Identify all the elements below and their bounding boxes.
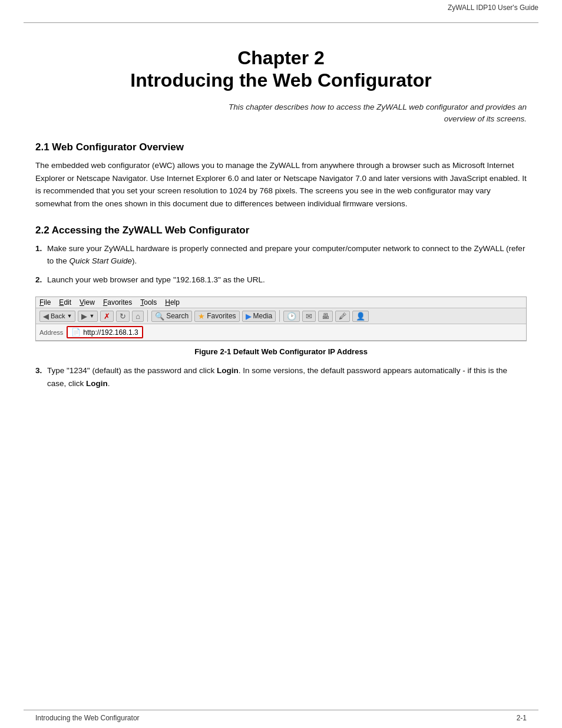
footer-left: Introducing the Web Configurator	[35, 714, 140, 722]
page-container: ZyWALL IDP10 User's Guide Chapter 2 Intr…	[0, 0, 562, 728]
menu-edit[interactable]: Edit	[59, 298, 71, 307]
mail-icon: ✉	[306, 312, 312, 321]
menu-tools[interactable]: Tools	[140, 298, 157, 307]
favorites-button[interactable]: ★ Favorites	[194, 311, 239, 322]
menu-view[interactable]: View	[80, 298, 95, 307]
history-button[interactable]: 🕑	[283, 311, 300, 322]
chapter-title-block: Chapter 2 Introducing the Web Configurat…	[35, 47, 527, 92]
address-label: Address	[39, 329, 63, 336]
discuss-icon: 👤	[356, 312, 365, 321]
section-21-body: The embedded web configurator (eWC) allo…	[35, 159, 527, 210]
back-icon: ◀	[43, 312, 49, 321]
dropdown-icon: ▼	[67, 313, 72, 319]
toolbar-separator	[147, 310, 148, 322]
step-3: 3. Type "1234" (default) as the password…	[35, 364, 527, 390]
browser-toolbar: ◀ Back ▼ ▶ ▼ ✗ ↻ ⌂	[36, 308, 526, 324]
stop-button[interactable]: ✗	[100, 311, 114, 322]
figure-caption: Figure 2-1 Default Web Configurator IP A…	[35, 347, 527, 356]
page-icon: 📄	[71, 328, 81, 337]
footer-right: 2-1	[517, 714, 527, 722]
media-icon: ▶	[246, 312, 252, 321]
step-2: 2. Launch your web browser and type "192…	[35, 274, 527, 286]
media-button[interactable]: ▶ Media	[242, 311, 276, 322]
browser-addressbar: Address 📄 http://192.168.1.3	[36, 324, 526, 341]
discuss-button[interactable]: 👤	[352, 311, 369, 322]
home-button[interactable]: ⌂	[132, 311, 144, 322]
star-icon: ★	[198, 312, 205, 321]
edit-button[interactable]: 🖉	[335, 311, 350, 322]
menu-favorites[interactable]: Favorites	[103, 298, 132, 307]
footer: Introducing the Web Configurator 2-1	[0, 714, 562, 722]
toolbar-separator2	[279, 310, 280, 322]
section-21-heading: 2.1 Web Configurator Overview	[35, 141, 527, 153]
mail-button[interactable]: ✉	[302, 311, 316, 322]
footer-rule	[24, 710, 538, 710]
address-input[interactable]: 📄 http://192.168.1.3	[67, 326, 143, 338]
dropdown-icon2: ▼	[89, 313, 94, 319]
forward-icon: ▶	[81, 312, 87, 321]
header-title: ZyWALL IDP10 User's Guide	[0, 0, 562, 12]
print-icon: 🖶	[322, 312, 329, 321]
chapter-heading: Chapter 2 Introducing the Web Configurat…	[35, 47, 527, 92]
browser-screenshot: File Edit View Favorites Tools Help ◀ Ba…	[35, 297, 527, 341]
back-button[interactable]: ◀ Back ▼	[39, 311, 75, 322]
stop-icon: ✗	[104, 312, 110, 321]
refresh-button[interactable]: ↻	[116, 311, 130, 322]
step-1: 1. Make sure your ZyWALL hardware is pro…	[35, 242, 527, 268]
address-url-text: http://192.168.1.3	[83, 328, 138, 337]
refresh-icon: ↻	[120, 312, 126, 321]
steps-list: 1. Make sure your ZyWALL hardware is pro…	[35, 242, 527, 286]
print-button[interactable]: 🖶	[318, 311, 333, 322]
menu-file[interactable]: File	[39, 298, 51, 307]
section-22-heading: 2.2 Accessing the ZyWALL Web Configurato…	[35, 225, 527, 236]
search-button[interactable]: 🔍 Search	[151, 311, 192, 322]
steps-list-2: 3. Type "1234" (default) as the password…	[35, 364, 527, 390]
forward-button[interactable]: ▶ ▼	[78, 311, 98, 322]
browser-menubar: File Edit View Favorites Tools Help	[36, 297, 526, 308]
chapter-subtitle: This chapter describes how to access the…	[35, 101, 527, 126]
main-content: Chapter 2 Introducing the Web Configurat…	[0, 23, 562, 431]
search-icon: 🔍	[155, 312, 164, 321]
history-icon: 🕑	[287, 312, 296, 321]
home-icon: ⌂	[135, 312, 140, 321]
edit-icon: 🖉	[339, 312, 346, 321]
menu-help[interactable]: Help	[165, 298, 180, 307]
